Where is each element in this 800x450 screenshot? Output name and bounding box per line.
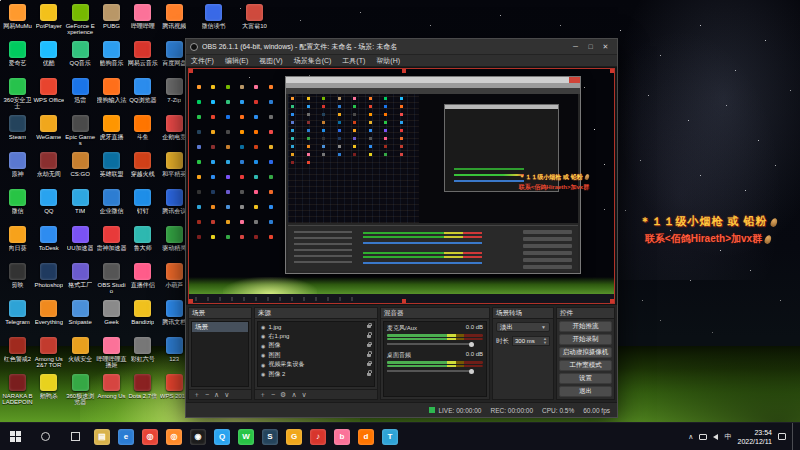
close-button[interactable]: ✕ bbox=[598, 41, 613, 53]
desktop-icon[interactable]: 企业微信 bbox=[96, 189, 127, 226]
desktop-icon[interactable]: 英雄联盟 bbox=[96, 152, 127, 189]
source-item[interactable]: ◉ 视频采集设备 bbox=[258, 360, 374, 370]
desktop-icon[interactable]: 迅雷 bbox=[65, 78, 96, 115]
selection-handle[interactable] bbox=[402, 69, 406, 73]
source-item[interactable]: ◉ 图像 bbox=[258, 341, 374, 351]
desktop-icon[interactable]: 腾讯视频 bbox=[159, 4, 190, 41]
desktop-icon[interactable]: 向日葵 bbox=[2, 226, 33, 263]
selection-handle[interactable] bbox=[610, 69, 614, 73]
taskbar-app-button[interactable]: e bbox=[114, 423, 138, 450]
minimize-button[interactable]: ─ bbox=[568, 41, 583, 53]
desktop-icon[interactable]: 永劫无间 bbox=[33, 152, 64, 189]
desktop-icon[interactable]: OBS Studio bbox=[96, 263, 127, 300]
taskbar-app-button[interactable]: G bbox=[282, 423, 306, 450]
taskbar-app-button[interactable]: ▤ bbox=[90, 423, 114, 450]
desktop-icon[interactable]: 哔哩哔哩直播姬 bbox=[96, 337, 127, 374]
desktop-icon[interactable]: 红色警戒2 bbox=[2, 337, 33, 374]
sources-toolbar-button[interactable]: ∨ bbox=[302, 390, 307, 399]
desktop-icon[interactable]: 直播伴侣 bbox=[127, 263, 158, 300]
taskbar-app-button[interactable]: ◉ bbox=[186, 423, 210, 450]
desktop-icon[interactable]: 穿越火线 bbox=[127, 152, 158, 189]
desktop-icon[interactable]: GeForce Experience bbox=[65, 4, 96, 41]
preview-canvas[interactable]: ＊１１级小烟枪 或 铅粉 联系<佰鸽Hiraeth>加vx群 bbox=[189, 69, 614, 303]
desktop-icon[interactable]: PotPlayer bbox=[33, 4, 64, 41]
desktop-icon[interactable]: 斗鱼 bbox=[127, 115, 158, 152]
desktop-icon[interactable]: TIM bbox=[65, 189, 96, 226]
duration-spinner[interactable]: 300 ms ▲▼ bbox=[512, 336, 550, 346]
scenes-toolbar-button[interactable]: − bbox=[205, 390, 209, 399]
desktop-icon[interactable]: Telegram bbox=[2, 300, 33, 337]
maximize-button[interactable]: □ bbox=[583, 41, 598, 53]
visibility-eye-icon[interactable]: ◉ bbox=[261, 362, 265, 368]
desktop-icon[interactable]: 大富翁10 bbox=[239, 4, 270, 29]
sources-toolbar-button[interactable]: ＋ bbox=[259, 390, 266, 399]
volume-icon[interactable] bbox=[713, 434, 718, 440]
desktop-icon[interactable]: 哔哩哔哩 bbox=[127, 4, 158, 41]
show-desktop-button[interactable] bbox=[792, 423, 795, 450]
desktop-icon[interactable]: 网易云音乐 bbox=[127, 41, 158, 78]
scenes-toolbar-button[interactable]: ∧ bbox=[214, 390, 219, 399]
source-item[interactable]: ◉ 右1.png bbox=[258, 332, 374, 342]
menu-item[interactable]: 视图(V) bbox=[259, 56, 282, 66]
desktop-icon[interactable]: PUBG bbox=[96, 4, 127, 41]
input-language-indicator[interactable]: 中 bbox=[724, 432, 731, 442]
menu-item[interactable]: 工具(T) bbox=[342, 56, 365, 66]
start-button[interactable] bbox=[0, 423, 30, 450]
desktop-icon[interactable]: 彩虹六号 bbox=[127, 337, 158, 374]
desktop-icon[interactable]: 爱奇艺 bbox=[2, 41, 33, 78]
desktop-icon[interactable]: 网易MuMu bbox=[2, 4, 33, 41]
desktop-icon[interactable]: 虎牙直播 bbox=[96, 115, 127, 152]
desktop-icon[interactable]: QQ音乐 bbox=[65, 41, 96, 78]
desktop-icon[interactable]: 鲁大师 bbox=[127, 226, 158, 263]
desktop-icon[interactable]: 微信 bbox=[2, 189, 33, 226]
taskbar-app-button[interactable]: b bbox=[330, 423, 354, 450]
taskbar-app-button[interactable]: ◎ bbox=[162, 423, 186, 450]
obs-titlebar[interactable]: OBS 26.1.1 (64-bit, windows) - 配置文件: 未命名… bbox=[186, 39, 617, 54]
desktop-icon[interactable]: Bandizip bbox=[127, 300, 158, 337]
selection-handle[interactable] bbox=[189, 69, 193, 73]
network-icon[interactable] bbox=[699, 434, 707, 440]
control-button[interactable]: 工作室模式 bbox=[559, 360, 612, 371]
control-button[interactable]: 启动虚拟摄像机 bbox=[559, 347, 612, 358]
desktop-icon[interactable]: ToDesk bbox=[33, 226, 64, 263]
lock-icon[interactable] bbox=[367, 373, 371, 376]
taskbar-app-button[interactable]: ♪ bbox=[306, 423, 330, 450]
scene-item[interactable]: 场景 bbox=[192, 322, 248, 332]
desktop-icon[interactable]: QQ浏览器 bbox=[127, 78, 158, 115]
lock-icon[interactable] bbox=[367, 354, 371, 357]
desktop-icon[interactable]: Epic Games bbox=[65, 115, 96, 152]
desktop-icon[interactable]: 优酷 bbox=[33, 41, 64, 78]
transition-select[interactable]: 淡出 ▼ bbox=[496, 322, 550, 332]
scenes-toolbar-button[interactable]: ∨ bbox=[224, 390, 229, 399]
desktop-icon[interactable]: Photoshop bbox=[33, 263, 64, 300]
taskbar-app-button[interactable]: ◎ bbox=[138, 423, 162, 450]
desktop-icon[interactable]: Steam bbox=[2, 115, 33, 152]
desktop-icon[interactable]: Geek bbox=[96, 300, 127, 337]
lock-icon[interactable] bbox=[367, 363, 371, 366]
menu-item[interactable]: 文件(F) bbox=[191, 56, 214, 66]
desktop-icon[interactable]: 原神 bbox=[2, 152, 33, 189]
desktop-icon[interactable]: 剪映 bbox=[2, 263, 33, 300]
clock[interactable]: 23:54 2022/12/11 bbox=[737, 428, 772, 446]
taskbar-app-button[interactable]: S bbox=[258, 423, 282, 450]
action-center-icon[interactable] bbox=[778, 433, 786, 440]
search-button[interactable] bbox=[30, 423, 60, 450]
desktop-icon[interactable]: Snipaste bbox=[65, 300, 96, 337]
visibility-eye-icon[interactable]: ◉ bbox=[261, 352, 265, 358]
lock-icon[interactable] bbox=[367, 335, 371, 338]
desktop-icon[interactable]: Dota 2.7倍 bbox=[127, 374, 158, 411]
taskbar-app-button[interactable]: d bbox=[354, 423, 378, 450]
visibility-eye-icon[interactable]: ◉ bbox=[261, 324, 265, 330]
desktop-icon[interactable]: 360安全卫士 bbox=[2, 78, 33, 115]
tray-expand-icon[interactable]: ∧ bbox=[688, 433, 693, 441]
desktop-icon[interactable]: 360极速浏览器 bbox=[65, 374, 96, 411]
volume-slider[interactable] bbox=[387, 367, 483, 375]
desktop-icon[interactable]: Everything bbox=[33, 300, 64, 337]
spinner-arrows-icon[interactable]: ▲▼ bbox=[543, 337, 547, 345]
desktop-icon[interactable]: Among Us bbox=[96, 374, 127, 411]
volume-slider[interactable] bbox=[387, 340, 483, 348]
taskbar-app-button[interactable]: T bbox=[378, 423, 402, 450]
desktop-icon[interactable]: 钉钉 bbox=[127, 189, 158, 226]
taskbar-app-button[interactable]: Q bbox=[210, 423, 234, 450]
desktop-icon[interactable]: 鹅鸭杀 bbox=[33, 374, 64, 411]
